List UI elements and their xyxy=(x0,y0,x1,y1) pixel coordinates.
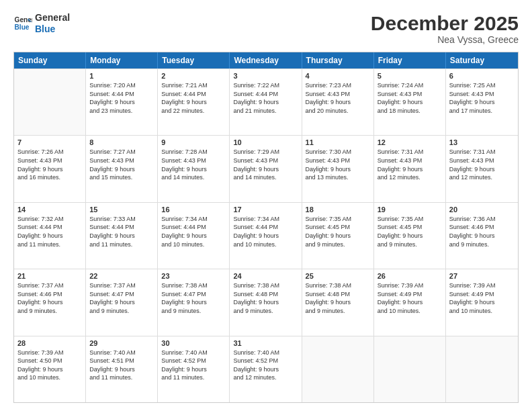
calendar-cell-4-1: 29Sunrise: 7:40 AM Sunset: 4:51 PM Dayli… xyxy=(86,336,158,402)
day-number: 22 xyxy=(89,272,154,280)
calendar-cell-2-4: 18Sunrise: 7:35 AM Sunset: 4:45 PM Dayli… xyxy=(302,203,374,269)
logo-icon: General Blue xyxy=(13,14,32,33)
day-number: 25 xyxy=(306,272,370,280)
calendar: SundayMondayTuesdayWednesdayThursdayFrid… xyxy=(13,52,519,403)
calendar-cell-2-2: 16Sunrise: 7:34 AM Sunset: 4:44 PM Dayli… xyxy=(158,203,230,269)
day-info: Sunrise: 7:39 AM Sunset: 4:49 PM Dayligh… xyxy=(449,281,515,315)
day-info: Sunrise: 7:38 AM Sunset: 4:47 PM Dayligh… xyxy=(161,281,226,315)
day-info: Sunrise: 7:25 AM Sunset: 4:43 PM Dayligh… xyxy=(449,81,515,115)
calendar-cell-1-2: 9Sunrise: 7:28 AM Sunset: 4:43 PM Daylig… xyxy=(158,136,230,201)
logo-line2: Blue xyxy=(35,24,70,35)
calendar-row-0: 1Sunrise: 7:20 AM Sunset: 4:44 PM Daylig… xyxy=(14,68,518,135)
day-info: Sunrise: 7:27 AM Sunset: 4:43 PM Dayligh… xyxy=(89,148,154,181)
day-number: 4 xyxy=(306,72,370,80)
svg-text:Blue: Blue xyxy=(15,24,30,31)
calendar-cell-0-2: 2Sunrise: 7:21 AM Sunset: 4:44 PM Daylig… xyxy=(158,69,230,135)
day-number: 6 xyxy=(449,72,515,80)
day-info: Sunrise: 7:24 AM Sunset: 4:43 PM Dayligh… xyxy=(378,81,442,115)
day-number: 15 xyxy=(89,205,154,214)
day-info: Sunrise: 7:22 AM Sunset: 4:44 PM Dayligh… xyxy=(233,81,298,115)
logo-line1: General xyxy=(35,12,70,24)
calendar-cell-4-6 xyxy=(446,336,518,402)
day-number: 1 xyxy=(89,72,154,80)
calendar-cell-3-3: 24Sunrise: 7:38 AM Sunset: 4:48 PM Dayli… xyxy=(230,269,302,335)
day-info: Sunrise: 7:40 AM Sunset: 4:51 PM Dayligh… xyxy=(89,349,154,382)
header-day-monday: Monday xyxy=(86,52,158,68)
day-number: 28 xyxy=(17,339,82,347)
day-number: 20 xyxy=(449,205,515,214)
day-info: Sunrise: 7:20 AM Sunset: 4:44 PM Dayligh… xyxy=(89,81,154,115)
calendar-cell-1-0: 7Sunrise: 7:26 AM Sunset: 4:43 PM Daylig… xyxy=(14,136,86,201)
day-info: Sunrise: 7:39 AM Sunset: 4:49 PM Dayligh… xyxy=(378,281,442,315)
day-info: Sunrise: 7:36 AM Sunset: 4:46 PM Dayligh… xyxy=(449,215,515,248)
day-number: 16 xyxy=(161,205,226,214)
day-info: Sunrise: 7:39 AM Sunset: 4:50 PM Dayligh… xyxy=(17,349,82,382)
day-number: 17 xyxy=(233,205,298,214)
calendar-cell-2-1: 15Sunrise: 7:33 AM Sunset: 4:44 PM Dayli… xyxy=(86,203,158,269)
day-number: 30 xyxy=(161,339,226,347)
day-info: Sunrise: 7:34 AM Sunset: 4:44 PM Dayligh… xyxy=(233,215,298,248)
page: General Blue General Blue December 2025 … xyxy=(0,0,532,411)
calendar-cell-4-2: 30Sunrise: 7:40 AM Sunset: 4:52 PM Dayli… xyxy=(158,336,230,402)
header-day-wednesday: Wednesday xyxy=(230,52,302,68)
day-number: 12 xyxy=(378,138,442,146)
day-info: Sunrise: 7:33 AM Sunset: 4:44 PM Dayligh… xyxy=(89,215,154,248)
calendar-cell-4-0: 28Sunrise: 7:39 AM Sunset: 4:50 PM Dayli… xyxy=(14,336,86,402)
day-number: 27 xyxy=(449,272,515,280)
day-info: Sunrise: 7:23 AM Sunset: 4:43 PM Dayligh… xyxy=(306,81,370,115)
day-info: Sunrise: 7:32 AM Sunset: 4:44 PM Dayligh… xyxy=(17,215,82,248)
calendar-row-2: 14Sunrise: 7:32 AM Sunset: 4:44 PM Dayli… xyxy=(14,202,518,269)
day-number: 9 xyxy=(161,138,226,146)
calendar-cell-2-5: 19Sunrise: 7:35 AM Sunset: 4:45 PM Dayli… xyxy=(374,203,446,269)
calendar-cell-1-3: 10Sunrise: 7:29 AM Sunset: 4:43 PM Dayli… xyxy=(230,136,302,201)
calendar-body: 1Sunrise: 7:20 AM Sunset: 4:44 PM Daylig… xyxy=(14,68,518,402)
subtitle: Nea Vyssa, Greece xyxy=(371,34,519,45)
day-number: 2 xyxy=(161,72,226,80)
day-number: 19 xyxy=(378,205,442,214)
day-info: Sunrise: 7:35 AM Sunset: 4:45 PM Dayligh… xyxy=(378,215,442,248)
calendar-cell-3-0: 21Sunrise: 7:37 AM Sunset: 4:46 PM Dayli… xyxy=(14,269,86,335)
day-number: 5 xyxy=(378,72,442,80)
day-number: 10 xyxy=(233,138,298,146)
header-day-friday: Friday xyxy=(374,52,446,68)
day-info: Sunrise: 7:40 AM Sunset: 4:52 PM Dayligh… xyxy=(161,349,226,382)
calendar-cell-2-3: 17Sunrise: 7:34 AM Sunset: 4:44 PM Dayli… xyxy=(230,203,302,269)
day-info: Sunrise: 7:28 AM Sunset: 4:43 PM Dayligh… xyxy=(161,148,226,181)
header-day-saturday: Saturday xyxy=(446,52,518,68)
day-info: Sunrise: 7:37 AM Sunset: 4:46 PM Dayligh… xyxy=(17,281,82,315)
day-number: 29 xyxy=(89,339,154,347)
calendar-row-3: 21Sunrise: 7:37 AM Sunset: 4:46 PM Dayli… xyxy=(14,269,518,335)
day-info: Sunrise: 7:34 AM Sunset: 4:44 PM Dayligh… xyxy=(161,215,226,248)
calendar-cell-4-4 xyxy=(302,336,374,402)
calendar-cell-0-0 xyxy=(14,69,86,135)
header-day-tuesday: Tuesday xyxy=(158,52,230,68)
day-info: Sunrise: 7:40 AM Sunset: 4:52 PM Dayligh… xyxy=(233,349,298,382)
calendar-cell-3-2: 23Sunrise: 7:38 AM Sunset: 4:47 PM Dayli… xyxy=(158,269,230,335)
day-info: Sunrise: 7:31 AM Sunset: 4:43 PM Dayligh… xyxy=(378,148,442,181)
calendar-cell-2-6: 20Sunrise: 7:36 AM Sunset: 4:46 PM Dayli… xyxy=(446,203,518,269)
calendar-cell-3-5: 26Sunrise: 7:39 AM Sunset: 4:49 PM Dayli… xyxy=(374,269,446,335)
day-number: 26 xyxy=(378,272,442,280)
calendar-cell-0-5: 5Sunrise: 7:24 AM Sunset: 4:43 PM Daylig… xyxy=(374,69,446,135)
calendar-cell-3-6: 27Sunrise: 7:39 AM Sunset: 4:49 PM Dayli… xyxy=(446,269,518,335)
main-title: December 2025 xyxy=(371,12,519,34)
calendar-cell-0-3: 3Sunrise: 7:22 AM Sunset: 4:44 PM Daylig… xyxy=(230,69,302,135)
calendar-cell-3-1: 22Sunrise: 7:37 AM Sunset: 4:47 PM Dayli… xyxy=(86,269,158,335)
day-info: Sunrise: 7:26 AM Sunset: 4:43 PM Dayligh… xyxy=(17,148,82,181)
title-block: December 2025 Nea Vyssa, Greece xyxy=(371,12,519,45)
day-number: 11 xyxy=(306,138,370,146)
calendar-cell-3-4: 25Sunrise: 7:38 AM Sunset: 4:48 PM Dayli… xyxy=(302,269,374,335)
day-info: Sunrise: 7:30 AM Sunset: 4:43 PM Dayligh… xyxy=(306,148,370,181)
day-number: 3 xyxy=(233,72,298,80)
day-info: Sunrise: 7:21 AM Sunset: 4:44 PM Dayligh… xyxy=(161,81,226,115)
day-info: Sunrise: 7:38 AM Sunset: 4:48 PM Dayligh… xyxy=(233,281,298,315)
calendar-cell-0-1: 1Sunrise: 7:20 AM Sunset: 4:44 PM Daylig… xyxy=(86,69,158,135)
day-number: 7 xyxy=(17,138,82,146)
day-number: 18 xyxy=(306,205,370,214)
day-info: Sunrise: 7:38 AM Sunset: 4:48 PM Dayligh… xyxy=(306,281,370,315)
calendar-cell-1-5: 12Sunrise: 7:31 AM Sunset: 4:43 PM Dayli… xyxy=(374,136,446,201)
calendar-cell-1-1: 8Sunrise: 7:27 AM Sunset: 4:43 PM Daylig… xyxy=(86,136,158,201)
day-info: Sunrise: 7:35 AM Sunset: 4:45 PM Dayligh… xyxy=(306,215,370,248)
calendar-cell-0-4: 4Sunrise: 7:23 AM Sunset: 4:43 PM Daylig… xyxy=(302,69,374,135)
day-number: 8 xyxy=(89,138,154,146)
